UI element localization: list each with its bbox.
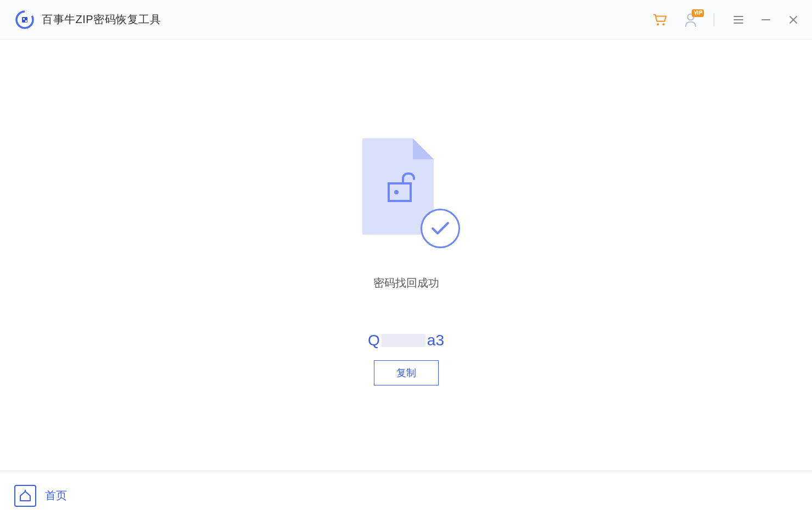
unlock-icon: [385, 170, 415, 205]
password-result: Q a3: [368, 332, 444, 349]
minimize-icon[interactable]: [758, 12, 774, 27]
app-logo-icon: [15, 10, 34, 29]
app-title: 百事牛ZIP密码恢复工具: [42, 12, 161, 27]
user-account-icon[interactable]: [684, 13, 697, 27]
svg-point-4: [657, 23, 659, 25]
checkmark-icon: [421, 209, 460, 248]
cart-icon[interactable]: [652, 12, 668, 27]
password-masked-portion: [382, 334, 425, 347]
window-controls: [731, 12, 801, 27]
svg-rect-2: [23, 18, 25, 20]
menu-icon[interactable]: [731, 12, 746, 27]
titlebar-right: [652, 12, 801, 27]
titlebar-divider: [714, 13, 714, 26]
main-content: 密码找回成功 Q a3 复制: [0, 40, 812, 471]
home-link[interactable]: 首页: [14, 485, 67, 507]
titlebar-left: 百事牛ZIP密码恢复工具: [15, 10, 161, 29]
svg-point-5: [662, 23, 664, 25]
password-prefix: Q: [368, 332, 380, 349]
svg-rect-3: [25, 20, 27, 22]
titlebar: 百事牛ZIP密码恢复工具: [0, 0, 812, 40]
home-icon: [14, 485, 36, 507]
home-label: 首页: [45, 488, 67, 503]
svg-rect-14: [389, 183, 411, 201]
copy-button[interactable]: 复制: [374, 360, 439, 385]
vip-badge-icon: [692, 9, 704, 19]
close-icon[interactable]: [786, 12, 801, 27]
status-text: 密码找回成功: [373, 276, 439, 290]
svg-point-15: [394, 190, 399, 194]
success-illustration: [357, 138, 456, 243]
footer: 首页: [0, 471, 812, 520]
password-suffix: a3: [427, 332, 444, 349]
